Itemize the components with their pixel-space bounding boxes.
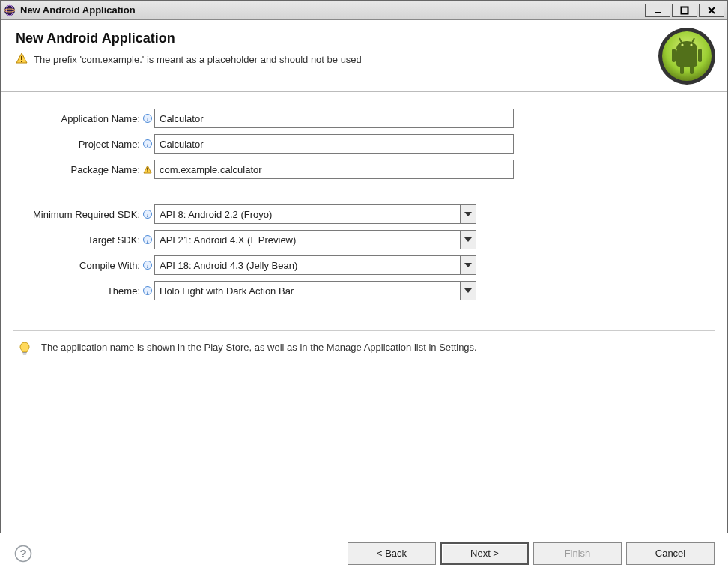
- theme-label: Theme: i: [16, 285, 154, 297]
- svg-marker-36: [464, 263, 472, 267]
- info-icon[interactable]: i: [142, 209, 153, 219]
- project-name-input[interactable]: [154, 134, 514, 154]
- cancel-button[interactable]: Cancel: [626, 542, 715, 565]
- finish-button: Finish: [533, 542, 622, 565]
- info-icon[interactable]: i: [142, 113, 153, 124]
- warning-icon[interactable]: [142, 164, 153, 175]
- banner-heading: New Android Application: [16, 31, 712, 46]
- svg-marker-33: [464, 237, 472, 242]
- chevron-down-icon: [460, 281, 476, 300]
- info-icon[interactable]: i: [142, 139, 153, 149]
- chevron-down-icon: [460, 204, 476, 224]
- svg-marker-39: [464, 288, 472, 293]
- target-sdk-label: Target SDK: i: [16, 234, 154, 246]
- svg-rect-26: [147, 168, 148, 171]
- app-name-input[interactable]: [154, 109, 514, 128]
- svg-rect-40: [23, 352, 27, 353]
- svg-marker-30: [464, 212, 472, 216]
- target-sdk-select[interactable]: API 21: Android 4.X (L Preview): [154, 230, 476, 249]
- eclipse-icon: [4, 4, 16, 16]
- compile-with-select[interactable]: API 18: Android 4.3 (Jelly Bean): [154, 255, 476, 275]
- compile-with-label: Compile With: i: [16, 260, 154, 271]
- lightbulb-icon: [19, 342, 31, 359]
- warning-icon: [16, 52, 28, 67]
- svg-rect-27: [147, 171, 148, 172]
- svg-rect-9: [21, 61, 22, 62]
- svg-rect-4: [682, 7, 688, 13]
- close-button[interactable]: [699, 4, 724, 17]
- svg-rect-41: [23, 354, 26, 354]
- banner: New Android Application The prefix 'com.…: [1, 20, 727, 92]
- svg-point-20: [690, 43, 692, 46]
- help-button[interactable]: ?: [13, 544, 33, 563]
- banner-warning-line: The prefix 'com.example.' is meant as a …: [16, 52, 712, 67]
- app-name-label: Application Name: i: [16, 113, 154, 124]
- svg-rect-13: [672, 49, 676, 62]
- info-icon[interactable]: i: [142, 285, 153, 296]
- package-name-input[interactable]: [154, 160, 514, 179]
- package-name-label: Package Name:: [16, 164, 154, 175]
- svg-rect-14: [698, 49, 702, 62]
- theme-select[interactable]: Holo Light with Dark Action Bar: [154, 281, 476, 300]
- chevron-down-icon: [460, 230, 476, 249]
- min-sdk-select[interactable]: API 8: Android 2.2 (Froyo): [154, 204, 476, 224]
- back-button[interactable]: < Back: [348, 542, 436, 565]
- svg-rect-15: [680, 65, 684, 74]
- banner-warning-text: The prefix 'com.example.' is meant as a …: [34, 54, 362, 65]
- chevron-down-icon: [460, 255, 476, 275]
- svg-rect-12: [676, 49, 697, 67]
- maximize-button[interactable]: [672, 4, 697, 17]
- android-logo-icon: [657, 26, 717, 86]
- minimize-button[interactable]: [645, 4, 670, 17]
- svg-rect-16: [690, 65, 694, 74]
- form-area: Application Name: i Project Name: i Pack…: [1, 92, 727, 311]
- info-icon[interactable]: i: [142, 234, 153, 245]
- footer: ? < Back Next > Finish Cancel: [0, 533, 728, 573]
- project-name-label: Project Name: i: [16, 139, 154, 150]
- window-title: New Android Application: [20, 4, 645, 16]
- next-button[interactable]: Next >: [440, 542, 529, 565]
- titlebar: New Android Application: [1, 1, 727, 20]
- tip-box: The application name is shown in the Pla…: [1, 331, 727, 369]
- svg-rect-8: [21, 56, 22, 60]
- svg-text:?: ?: [19, 547, 26, 560]
- svg-point-19: [681, 43, 683, 46]
- tip-text: The application name is shown in the Pla…: [41, 342, 477, 353]
- info-icon[interactable]: i: [142, 260, 153, 270]
- min-sdk-label: Minimum Required SDK: i: [16, 209, 154, 220]
